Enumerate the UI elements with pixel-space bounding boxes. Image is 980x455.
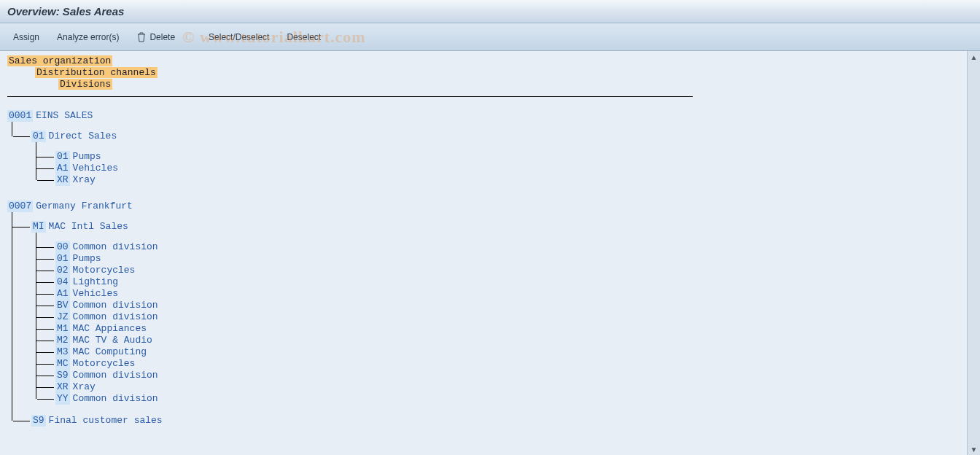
division-row[interactable]: S9Common division — [55, 370, 960, 381]
org-name: Germany Frankfurt — [36, 201, 133, 212]
channel-code: 01 — [31, 131, 46, 142]
division-code: XR — [55, 174, 70, 186]
division-name: Common division — [73, 311, 158, 323]
division-code: YY — [55, 393, 70, 405]
analyze-errors-button[interactable]: Analyze error(s) — [50, 28, 126, 46]
division-row[interactable]: 00Common division — [55, 241, 960, 253]
division-row[interactable]: A1Vehicles — [55, 288, 960, 300]
legend-sales-org: Sales organization — [7, 55, 112, 66]
division-name: MAC Computing — [73, 346, 147, 358]
division-name: MAC TV & Audio — [73, 335, 152, 346]
division-row[interactable]: A1Vehicles — [55, 163, 960, 174]
channel-row[interactable]: MIMAC Intl Sales — [31, 221, 960, 233]
org-code: 0007 — [7, 201, 33, 212]
division-code: MC — [55, 358, 70, 370]
page-title: Overview: Sales Areas — [7, 5, 124, 18]
channel-name: Final customer sales — [49, 415, 163, 427]
org-code: 0001 — [7, 110, 33, 122]
legend-divisions: Divisions — [58, 79, 112, 90]
trash-icon — [136, 32, 147, 42]
division-code: JZ — [55, 311, 70, 323]
sales-org-node: 0001EINS SALES01Direct Sales01PumpsA1Veh… — [7, 110, 960, 186]
division-name: Motorcycles — [73, 358, 136, 370]
division-row[interactable]: 02Motorcycles — [55, 265, 960, 276]
app-window: Overview: Sales Areas Assign Analyze err… — [0, 0, 980, 455]
division-name: Common division — [73, 393, 158, 405]
division-name: Common division — [73, 300, 158, 311]
org-children: MIMAC Intl Sales00Common division01Pumps… — [12, 212, 960, 427]
division-code: S9 — [55, 370, 70, 381]
deselect-label: Deselect — [287, 32, 321, 42]
assign-label: Assign — [13, 32, 39, 42]
division-code: 01 — [55, 253, 70, 265]
division-row[interactable]: BVCommon division — [55, 300, 960, 311]
division-code: 02 — [55, 265, 70, 276]
scroll-down-icon[interactable]: ▼ — [968, 443, 980, 455]
deselect-button[interactable]: Deselect — [279, 28, 328, 46]
division-row[interactable]: 01Pumps — [55, 151, 960, 163]
org-name: EINS SALES — [36, 110, 93, 122]
division-name: Common division — [73, 370, 158, 381]
division-code: M2 — [55, 335, 70, 346]
division-code: BV — [55, 300, 70, 311]
division-row[interactable]: YYCommon division — [55, 393, 960, 405]
division-name: Pumps — [73, 151, 101, 163]
division-row[interactable]: MCMotorcycles — [55, 358, 960, 370]
division-name: Vehicles — [73, 288, 118, 300]
division-code: 00 — [55, 241, 70, 253]
sales-org-node: 0007Germany FrankfurtMIMAC Intl Sales00C… — [7, 201, 960, 427]
delete-label: Delete — [149, 32, 175, 42]
division-code: M1 — [55, 323, 70, 335]
channel-children: 01PumpsA1VehiclesXRXray — [36, 142, 960, 186]
division-code: A1 — [55, 288, 70, 300]
assign-button[interactable]: Assign — [6, 28, 47, 46]
division-name: Common division — [73, 241, 158, 253]
division-row[interactable]: JZCommon division — [55, 311, 960, 323]
division-name: Xray — [73, 174, 96, 186]
sales-org-row[interactable]: 0007Germany Frankfurt — [7, 201, 960, 212]
division-row[interactable]: M3MAC Computing — [55, 346, 960, 358]
vertical-scrollbar[interactable]: ▲ ▼ — [967, 51, 980, 455]
divider — [7, 96, 693, 97]
legend-dist-channels: Distribution channels — [35, 67, 158, 78]
sales-org-row[interactable]: 0001EINS SALES — [7, 110, 960, 122]
channel-name: Direct Sales — [49, 131, 117, 142]
division-name: Motorcycles — [73, 265, 136, 276]
channel-row[interactable]: S9Final customer sales — [31, 415, 960, 427]
select-deselect-label: Select/Deselect — [209, 32, 269, 42]
content-area: Sales organization Distribution channels… — [0, 51, 980, 455]
division-name: Lighting — [73, 276, 118, 288]
analyze-label: Analyze error(s) — [57, 32, 119, 42]
division-row[interactable]: M2MAC TV & Audio — [55, 335, 960, 346]
title-bar: Overview: Sales Areas — [0, 0, 980, 23]
division-row[interactable]: XRXray — [55, 381, 960, 393]
division-code: M3 — [55, 346, 70, 358]
division-name: MAC Appiances — [73, 323, 147, 335]
channel-children: 00Common division01Pumps02Motorcycles04L… — [36, 233, 960, 405]
division-row[interactable]: 01Pumps — [55, 253, 960, 265]
tree-view: Sales organization Distribution channels… — [0, 51, 967, 455]
delete-button[interactable]: Delete — [129, 28, 182, 46]
division-code: 01 — [55, 151, 70, 163]
division-name: Vehicles — [73, 163, 118, 174]
channel-code: S9 — [31, 415, 46, 427]
division-name: Pumps — [73, 253, 101, 265]
legend: Sales organization Distribution channels… — [7, 55, 960, 93]
division-row[interactable]: 04Lighting — [55, 276, 960, 288]
scroll-up-icon[interactable]: ▲ — [968, 51, 980, 63]
select-deselect-button[interactable]: Select/Deselect — [201, 28, 276, 46]
channel-code: MI — [31, 221, 46, 233]
division-code: A1 — [55, 163, 70, 174]
channel-name: MAC Intl Sales — [49, 221, 128, 233]
org-children: 01Direct Sales01PumpsA1VehiclesXRXray — [12, 122, 960, 186]
division-code: XR — [55, 381, 70, 393]
division-row[interactable]: XRXray — [55, 174, 960, 186]
toolbar: Assign Analyze error(s) Delete Select/De… — [0, 23, 980, 51]
division-code: 04 — [55, 276, 70, 288]
channel-row[interactable]: 01Direct Sales — [31, 131, 960, 142]
division-row[interactable]: M1MAC Appiances — [55, 323, 960, 335]
division-name: Xray — [73, 381, 96, 393]
